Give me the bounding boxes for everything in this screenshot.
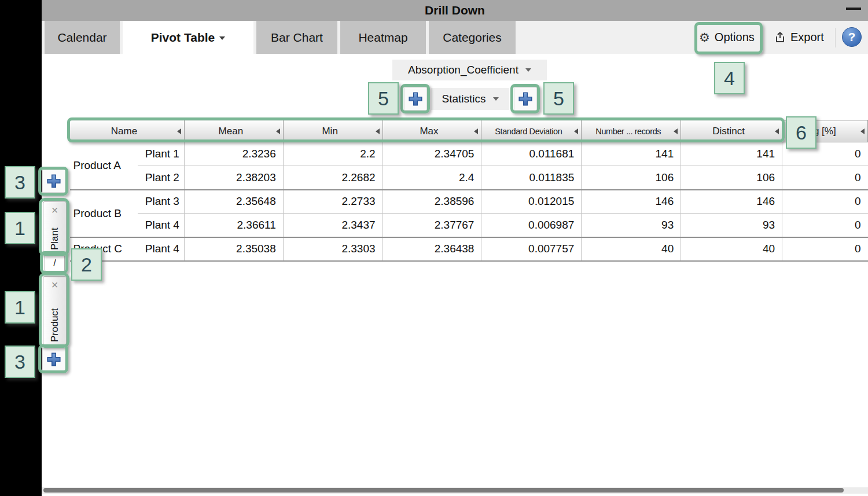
cell-records: 93 bbox=[582, 214, 681, 237]
cell-max: 2.36438 bbox=[382, 237, 481, 261]
table-row: Plant 4 2.36611 2.3437 2.37767 0.006987 … bbox=[70, 214, 868, 237]
column-header-name[interactable]: Name bbox=[70, 120, 185, 142]
cell-records: 40 bbox=[582, 237, 681, 261]
caret-down-icon bbox=[219, 36, 225, 40]
group-label: Product A bbox=[70, 142, 138, 190]
row-label: Plant 1 bbox=[138, 142, 184, 166]
cell-records: 106 bbox=[582, 166, 681, 190]
group-label: Product B bbox=[70, 190, 138, 237]
table-row: Product A Plant 1 2.3236 2.2 2.34705 0.0… bbox=[70, 142, 868, 166]
statistics-dropdown[interactable]: Statistics bbox=[431, 88, 509, 110]
row-field-plant-chip[interactable]: × Plant bbox=[43, 201, 67, 253]
plus-icon bbox=[46, 351, 62, 368]
cell-std: 0.006987 bbox=[481, 214, 582, 237]
cell-mean: 2.35038 bbox=[184, 237, 283, 261]
cell-distinct: 106 bbox=[681, 166, 782, 190]
sort-triangle-icon bbox=[674, 128, 678, 134]
plus-icon bbox=[517, 91, 534, 107]
annotation-badge: 4 bbox=[714, 62, 745, 94]
annotation-badge: 5 bbox=[543, 82, 574, 115]
cell-min: 2.2 bbox=[283, 142, 382, 166]
horizontal-scrollbar[interactable] bbox=[42, 487, 868, 494]
close-icon[interactable]: × bbox=[52, 277, 58, 291]
row-label: Plant 2 bbox=[138, 166, 184, 190]
export-button[interactable]: Export bbox=[774, 25, 824, 50]
cell-missing: 0 bbox=[782, 237, 868, 261]
sort-triangle-icon bbox=[775, 128, 779, 134]
cell-mean: 2.35648 bbox=[184, 190, 283, 214]
sort-triangle-icon bbox=[474, 128, 478, 134]
title-bar: Drill Down bbox=[42, 0, 868, 21]
minimize-icon[interactable] bbox=[846, 8, 861, 10]
tab-heatmap[interactable]: Heatmap bbox=[340, 21, 426, 54]
cell-missing: 0 bbox=[782, 166, 868, 190]
field-label: Product bbox=[49, 291, 61, 344]
annotation-badge: 3 bbox=[5, 166, 35, 199]
measure-dropdown[interactable]: Absorption_Coefficient bbox=[392, 60, 547, 80]
field-label: Plant bbox=[49, 216, 61, 252]
column-header-min[interactable]: Min bbox=[283, 120, 382, 142]
caret-down-icon bbox=[493, 97, 499, 101]
close-icon[interactable]: × bbox=[52, 202, 58, 216]
scrollbar-thumb[interactable] bbox=[43, 488, 844, 493]
row-label: Plant 4 bbox=[138, 214, 184, 237]
add-row-field-top-button[interactable] bbox=[42, 170, 65, 193]
tab-pivot-table[interactable]: Pivot Table bbox=[123, 21, 253, 54]
sort-triangle-icon bbox=[860, 128, 865, 134]
cell-std: 0.007757 bbox=[481, 237, 582, 261]
annotation-badge: 1 bbox=[5, 291, 35, 324]
drill-down-window: Drill Down Calendar Pivot Table Bar Char… bbox=[0, 0, 868, 496]
sort-triangle-icon bbox=[177, 128, 181, 134]
add-row-field-bottom-button[interactable] bbox=[42, 348, 65, 371]
cell-distinct: 40 bbox=[681, 237, 782, 261]
options-label: Options bbox=[715, 31, 755, 44]
export-icon bbox=[774, 31, 786, 43]
cell-distinct: 93 bbox=[681, 214, 782, 237]
cell-max: 2.37767 bbox=[382, 214, 481, 237]
annotation-badge: 2 bbox=[71, 248, 102, 281]
tab-bar: Calendar Pivot Table Bar Chart Heatmap C… bbox=[42, 21, 868, 54]
statistics-dropdown-label: Statistics bbox=[442, 93, 486, 105]
column-header-standard-deviation[interactable]: Standard Deviation bbox=[481, 120, 582, 142]
tab-categories[interactable]: Categories bbox=[429, 21, 516, 54]
gear-icon: ⚙ bbox=[699, 31, 710, 43]
add-statistic-right-button[interactable] bbox=[514, 87, 537, 111]
row-field-product-chip[interactable]: × Product bbox=[43, 276, 67, 345]
measure-dropdown-label: Absorption_Coefficient bbox=[408, 64, 518, 76]
cell-min: 2.2682 bbox=[283, 166, 382, 190]
sort-triangle-icon bbox=[276, 128, 280, 134]
plus-icon bbox=[407, 91, 424, 107]
cell-max: 2.4 bbox=[382, 166, 481, 190]
cell-max: 2.38596 bbox=[382, 190, 481, 214]
table-row: Product B Plant 3 2.35648 2.2733 2.38596… bbox=[70, 190, 868, 214]
cell-std: 0.011835 bbox=[481, 166, 582, 190]
cell-missing: 0 bbox=[782, 214, 868, 237]
caret-down-icon bbox=[525, 68, 531, 72]
export-label: Export bbox=[790, 31, 824, 44]
cell-distinct: 146 bbox=[681, 190, 782, 214]
tab-calendar[interactable]: Calendar bbox=[45, 21, 120, 54]
cell-mean: 2.36611 bbox=[184, 214, 283, 237]
cell-min: 2.2733 bbox=[283, 190, 382, 214]
cell-mean: 2.38203 bbox=[184, 166, 283, 190]
column-header-number-records[interactable]: Number ... records bbox=[582, 120, 681, 142]
options-button[interactable]: ⚙ Options bbox=[699, 25, 755, 50]
pivot-table: Name Mean Min Max Standard Deviation Num… bbox=[69, 120, 868, 262]
table-row: Product C Plant 4 2.35038 2.3303 2.36438… bbox=[70, 237, 868, 261]
field-separator-button[interactable]: / bbox=[45, 255, 65, 271]
annotation-badge: 1 bbox=[5, 212, 35, 244]
add-statistic-left-button[interactable] bbox=[404, 87, 427, 111]
toolbar-separator bbox=[835, 28, 836, 47]
column-header-mean[interactable]: Mean bbox=[184, 120, 283, 142]
help-icon[interactable]: ? bbox=[842, 27, 862, 47]
tab-bar-chart[interactable]: Bar Chart bbox=[256, 21, 337, 54]
cell-missing: 0 bbox=[782, 190, 868, 214]
column-header-distinct[interactable]: Distinct bbox=[681, 120, 782, 142]
row-label: Plant 3 bbox=[138, 190, 184, 214]
column-header-max[interactable]: Max bbox=[382, 120, 481, 142]
annotation-badge: 3 bbox=[5, 346, 35, 378]
cell-std: 0.012015 bbox=[481, 190, 582, 214]
annotation-badge: 5 bbox=[368, 82, 399, 115]
sort-triangle-icon bbox=[574, 128, 578, 134]
header-row: Name Mean Min Max Standard Deviation Num… bbox=[70, 120, 868, 142]
